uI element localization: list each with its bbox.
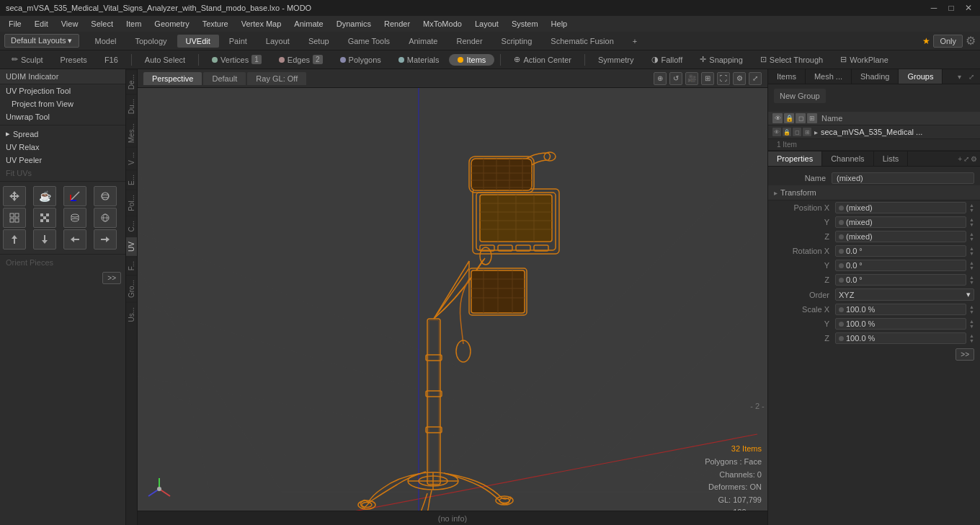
props-expand-icon[interactable]: ⤢ xyxy=(963,155,969,163)
default-layouts-dropdown[interactable]: Default Layouts ▾ xyxy=(4,34,79,48)
workplane-button[interactable]: ⊟ WorkPlane xyxy=(833,53,896,66)
side-tab-gro[interactable]: Gro... xyxy=(126,275,137,302)
scale-z-down-arrow[interactable]: ▼ xyxy=(969,338,974,343)
props-tab-lists[interactable]: Lists xyxy=(874,151,909,166)
star-icon[interactable]: ★ xyxy=(922,36,930,46)
gi-render-icon[interactable]: ◻ xyxy=(793,128,801,136)
lock-icon[interactable]: 🔒 xyxy=(784,113,794,123)
menu-mxtomodo[interactable]: MxToModo xyxy=(417,18,468,30)
vp-icon-camera[interactable]: 🎥 xyxy=(685,72,698,85)
position-y-input[interactable]: (mixed) xyxy=(835,216,966,228)
menu-help[interactable]: Help xyxy=(545,18,574,30)
gi-box-icon[interactable]: ⊞ xyxy=(803,128,811,136)
tool-icon-cylinder[interactable] xyxy=(63,208,86,228)
rotation-x-up-arrow[interactable]: ▲ xyxy=(969,246,974,251)
side-tab-f[interactable]: F... xyxy=(126,256,137,275)
side-tab-de[interactable]: De... xyxy=(126,69,137,94)
layout-tab-gametools[interactable]: Game Tools xyxy=(339,35,399,48)
scale-x-input[interactable]: 100.0 % xyxy=(835,304,966,315)
tool-icon-axis[interactable] xyxy=(63,186,86,206)
tool-icon-move[interactable] xyxy=(3,186,26,206)
tool-spread[interactable]: ▸ Spread xyxy=(0,127,125,141)
rotation-z-down-arrow[interactable]: ▼ xyxy=(969,280,974,285)
order-dropdown[interactable]: XYZ ▾ xyxy=(835,288,974,301)
layout-tab-model[interactable]: Model xyxy=(86,35,125,48)
auto-select-button[interactable]: Auto Select xyxy=(138,54,192,66)
falloff-button[interactable]: ◑ Falloff xyxy=(644,53,690,66)
viewport-canvas[interactable]: - 2 - 32 Items Polygons : Face Channels:… xyxy=(138,88,767,525)
gi-eye-icon[interactable]: 👁 xyxy=(772,128,781,136)
tool-icon-cup[interactable]: ☕ xyxy=(33,186,56,206)
snapping-button[interactable]: ✛ Snapping xyxy=(692,53,750,66)
vertices-button[interactable]: Vertices 1 xyxy=(205,53,269,66)
side-tab-pol[interactable]: Pol... xyxy=(126,190,137,216)
menu-layout[interactable]: Layout xyxy=(469,18,504,30)
layout-tab-animate[interactable]: Animate xyxy=(400,35,446,48)
rotation-y-down-arrow[interactable]: ▼ xyxy=(969,265,974,270)
position-z-input[interactable]: (mixed) xyxy=(835,231,966,242)
menu-render[interactable]: Render xyxy=(378,18,416,30)
close-button[interactable]: ✕ xyxy=(963,3,974,13)
menu-view[interactable]: View xyxy=(55,18,84,30)
scale-x-down-arrow[interactable]: ▼ xyxy=(969,309,974,314)
vp-icon-link[interactable]: ⊕ xyxy=(654,72,667,85)
tool-icon-up-arrow[interactable] xyxy=(3,229,26,250)
tool-unwrap[interactable]: Unwrap Tool xyxy=(0,110,125,123)
group-item[interactable]: 👁 🔒 ◻ ⊞ ▸ seca_mVSA_535_Medical ... xyxy=(768,125,980,139)
vp-icon-refresh[interactable]: ↺ xyxy=(669,72,682,85)
scale-y-input[interactable]: 100.0 % xyxy=(835,318,966,330)
menu-select[interactable]: Select xyxy=(85,18,119,30)
gi-lock-icon[interactable]: 🔒 xyxy=(783,128,791,136)
layout-tab-topology[interactable]: Topology xyxy=(126,35,175,48)
rp-tab-mesh[interactable]: Mesh ... xyxy=(806,69,852,84)
scale-z-input[interactable]: 100.0 % xyxy=(835,332,966,344)
side-tab-mesh[interactable]: Mes... xyxy=(126,118,137,147)
tool-uv-peeler[interactable]: UV Peeler xyxy=(0,154,125,167)
position-y-down-arrow[interactable]: ▼ xyxy=(969,222,974,227)
rp-tab-shading[interactable]: Shading xyxy=(852,69,899,84)
layout-tab-paint[interactable]: Paint xyxy=(220,35,256,48)
vp-icon-maximize[interactable]: ⤢ xyxy=(749,72,762,85)
rotation-y-up-arrow[interactable]: ▲ xyxy=(969,260,974,265)
position-x-down-arrow[interactable]: ▼ xyxy=(969,208,974,213)
presets-button[interactable]: Presets xyxy=(53,54,94,66)
side-tab-c[interactable]: C... xyxy=(126,216,137,237)
tool-project-from-view[interactable]: Project from View xyxy=(0,97,125,110)
rotation-y-input[interactable]: 0.0 ° xyxy=(835,260,966,271)
f16-button[interactable]: F16 xyxy=(97,54,125,66)
layout-tab-setup[interactable]: Setup xyxy=(300,35,338,48)
materials-button[interactable]: Materials xyxy=(391,54,447,66)
scale-x-up-arrow[interactable]: ▲ xyxy=(969,304,974,309)
action-center-button[interactable]: ⊕ Action Center xyxy=(507,53,579,66)
props-plus-icon[interactable]: + xyxy=(958,155,962,163)
layout-tab-plus[interactable]: + xyxy=(624,35,646,48)
tool-icon-sphere[interactable] xyxy=(94,186,117,206)
more-tools-button[interactable]: >> xyxy=(102,272,121,284)
position-x-up-arrow[interactable]: ▲ xyxy=(969,203,974,208)
layout-tab-scripting[interactable]: Scripting xyxy=(493,35,541,48)
layout-tab-schematic[interactable]: Schematic Fusion xyxy=(542,35,622,48)
props-settings-icon[interactable]: ⚙ xyxy=(971,155,977,163)
rotation-z-input[interactable]: 0.0 ° xyxy=(835,274,966,286)
render-icon[interactable]: ◻ xyxy=(796,113,806,123)
name-value[interactable]: (mixed) xyxy=(832,172,974,184)
tool-icon-right-arrow[interactable] xyxy=(94,229,117,250)
tool-icon-checker[interactable] xyxy=(33,208,56,228)
position-z-down-arrow[interactable]: ▼ xyxy=(969,237,974,242)
symmetry-button[interactable]: Symmetry xyxy=(591,54,641,66)
tool-orient-pieces[interactable]: Orient Pieces xyxy=(0,256,125,269)
position-z-up-arrow[interactable]: ▲ xyxy=(969,231,974,237)
rp-expand-icon[interactable]: ⤢ xyxy=(966,71,977,82)
tool-icon-down-arrow[interactable] xyxy=(33,229,56,250)
rp-tab-items[interactable]: Items xyxy=(768,69,806,84)
rotation-x-down-arrow[interactable]: ▼ xyxy=(969,251,974,256)
vp-icon-settings[interactable]: ⚙ xyxy=(733,72,746,85)
tool-uv-projection[interactable]: UV Projection Tool xyxy=(0,84,125,97)
tool-fit-uvs[interactable]: Fit UVs xyxy=(0,167,125,180)
apply-button[interactable]: >> xyxy=(956,348,974,361)
vp-tab-perspective[interactable]: Perspective xyxy=(143,72,202,85)
menu-item[interactable]: Item xyxy=(120,18,147,30)
menu-system[interactable]: System xyxy=(506,18,544,30)
props-tab-channels[interactable]: Channels xyxy=(822,151,873,166)
menu-animate[interactable]: Animate xyxy=(288,18,329,30)
